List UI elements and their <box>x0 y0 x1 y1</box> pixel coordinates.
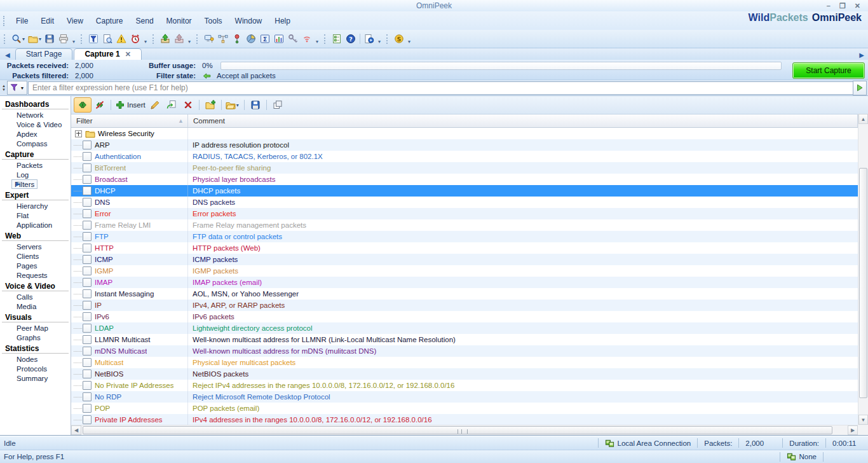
filter-checkbox[interactable] <box>83 381 92 390</box>
save-icon[interactable] <box>43 32 57 46</box>
filter-row-ipv6[interactable]: IPv6IPv6 packets <box>71 311 858 322</box>
horizontal-scroll-thumb[interactable] <box>83 426 832 434</box>
enable-all-filters-button[interactable] <box>74 97 92 113</box>
send-all-icon[interactable] <box>172 32 186 46</box>
sidebar-item-summary[interactable]: Summary <box>0 373 71 383</box>
filter-row-no-rdp[interactable]: No RDPReject Microsoft Remote Desktop Pr… <box>71 391 858 403</box>
send-selected-icon[interactable] <box>158 32 172 46</box>
close-icon[interactable]: ✕ <box>855 2 860 10</box>
duplicate-filter-button[interactable] <box>269 98 286 112</box>
edit-filter-button[interactable] <box>147 98 163 112</box>
open-capture-search-icon[interactable] <box>10 32 24 46</box>
menu-help[interactable]: Help <box>268 15 297 27</box>
export-filters-button[interactable] <box>247 98 264 112</box>
sidebar-item-log[interactable]: Log <box>0 170 71 179</box>
start-capture-button[interactable]: Start Capture <box>792 62 865 79</box>
print-icon[interactable] <box>57 32 71 46</box>
menu-edit[interactable]: Edit <box>34 15 60 27</box>
filter-checkbox[interactable] <box>83 392 92 401</box>
sidebar-item-filters[interactable]: ▶Filters <box>11 179 71 189</box>
filter-row-no-private-ip-addresses[interactable]: No Private IP AddressesReject IPv4 addre… <box>71 380 858 391</box>
sidebar-item-requests[interactable]: Requests <box>0 270 71 280</box>
filter-bar-spinner[interactable]: ▲▼ <box>1 85 6 92</box>
filter-row-imap[interactable]: IMAPIMAP packets (email) <box>71 277 858 288</box>
license-icon[interactable]: S <box>392 32 406 46</box>
hierarchy-view-icon[interactable] <box>216 32 230 46</box>
minimize-icon[interactable]: – <box>827 2 831 10</box>
filter-checkbox[interactable] <box>83 255 92 264</box>
filter-row-bittorrent[interactable]: BitTorrentPeer-to-peer file sharing <box>71 162 858 174</box>
filter-row-dhcp[interactable]: DHCPDHCP packets <box>71 185 858 197</box>
filter-checkbox[interactable] <box>83 289 92 298</box>
filter-checkbox[interactable] <box>83 232 92 241</box>
graphs-icon[interactable] <box>272 32 286 46</box>
tab-close-icon[interactable]: ✕ <box>125 49 131 60</box>
filter-row-wireless-security[interactable]: Wireless Security <box>71 128 858 139</box>
peer-map-icon[interactable] <box>230 32 244 46</box>
filter-checkbox[interactable] <box>83 141 92 149</box>
disable-all-filters-button[interactable] <box>92 98 108 112</box>
filter-row-arp[interactable]: ARPIP address resolution protocol <box>71 139 858 151</box>
toolbar-overflow-icon[interactable]: ▾ <box>316 39 318 45</box>
filter-checkbox[interactable] <box>83 415 92 424</box>
delete-filter-button[interactable] <box>180 98 196 112</box>
filter-checkbox[interactable] <box>83 301 92 310</box>
filter-row-pop[interactable]: POPPOP packets (email) <box>71 403 858 414</box>
view-options-icon[interactable] <box>100 32 114 46</box>
menu-capture[interactable]: Capture <box>90 15 130 27</box>
start-page-icon[interactable] <box>362 32 376 46</box>
filter-row-llmnr-multicast[interactable]: LLMNR MulticastWell-known multicast addr… <box>71 334 858 345</box>
sidebar-item-protocols[interactable]: Protocols <box>0 364 71 373</box>
vertical-scroll-thumb[interactable] <box>859 168 867 398</box>
tab-capture-1[interactable]: Capture 1 ✕ <box>74 48 142 60</box>
filter-checkbox[interactable] <box>83 221 92 230</box>
toolbar-overflow-icon[interactable]: ▾ <box>408 39 410 45</box>
toolbar-overflow-icon[interactable]: ▾ <box>144 39 147 45</box>
tab-scroll-right-icon[interactable]: ▶ <box>859 52 864 59</box>
scroll-down-icon[interactable]: ▼ <box>858 415 868 425</box>
apply-filter-button[interactable] <box>853 81 867 95</box>
menu-view[interactable]: View <box>60 15 90 27</box>
open-file-icon[interactable] <box>26 32 40 46</box>
vertical-scrollbar[interactable]: ▲ ▼ <box>858 114 868 425</box>
filter-row-igmp[interactable]: IGMPIGMP packets <box>71 265 858 277</box>
column-header-filter[interactable]: Filter ▲ <box>71 114 188 127</box>
filter-row-ip[interactable]: IPIPv4, ARP, or RARP packets <box>71 300 858 311</box>
scroll-left-icon[interactable]: ◀ <box>71 425 81 435</box>
filter-row-mdns-multicast[interactable]: mDNS MulticastWell-known multicast addre… <box>71 345 858 357</box>
filter-checkbox[interactable] <box>83 335 92 344</box>
expand-plus-icon[interactable] <box>75 130 82 137</box>
scroll-up-icon[interactable]: ▲ <box>858 114 868 124</box>
filter-checkbox[interactable] <box>83 347 92 356</box>
filter-row-private-ip-addresses[interactable]: Private IP AddressesIPv4 addresses in th… <box>71 414 858 425</box>
notes-list-icon[interactable] <box>330 32 344 46</box>
new-group-button[interactable] <box>202 98 219 112</box>
filter-checkbox[interactable] <box>83 266 92 275</box>
menu-tools[interactable]: Tools <box>198 15 229 27</box>
sidebar-item-flat[interactable]: Flat <box>0 211 71 220</box>
filter-checkbox[interactable] <box>83 312 92 321</box>
sidebar-item-application[interactable]: Application <box>0 220 71 230</box>
filter-checkbox[interactable] <box>83 186 92 195</box>
filter-row-dns[interactable]: DNSDNS packets <box>71 197 858 208</box>
notifications-icon[interactable] <box>128 32 142 46</box>
sidebar-item-voice-video[interactable]: Voice & Video <box>0 120 71 129</box>
summary-statistics-icon[interactable]: Σ <box>258 32 272 46</box>
sidebar-item-packets[interactable]: Packets <box>0 160 71 170</box>
filter-expression-input[interactable] <box>28 81 853 95</box>
protocol-pie-icon[interactable] <box>244 32 258 46</box>
filter-checkbox[interactable] <box>83 152 92 161</box>
security-icon[interactable] <box>286 32 300 46</box>
tab-scroll-left-icon[interactable]: ◀ <box>5 52 10 59</box>
sidebar-item-servers[interactable]: Servers <box>0 242 71 251</box>
tab-start-page[interactable]: Start Page <box>15 48 73 60</box>
column-header-comment[interactable]: Comment <box>188 114 858 127</box>
filter-row-netbios[interactable]: NetBIOSNetBIOS packets <box>71 368 858 380</box>
import-filters-button[interactable]: ▾ <box>224 98 241 112</box>
sidebar-item-peer-map[interactable]: Peer Map <box>0 323 71 333</box>
filter-row-frame-relay-lmi[interactable]: Frame Relay LMIFrame Relay management pa… <box>71 219 858 231</box>
filter-checkbox[interactable] <box>83 404 92 413</box>
filter-checkbox[interactable] <box>83 278 92 287</box>
sidebar-item-clients[interactable]: Clients <box>0 251 71 261</box>
filter-checkbox[interactable] <box>83 175 92 184</box>
